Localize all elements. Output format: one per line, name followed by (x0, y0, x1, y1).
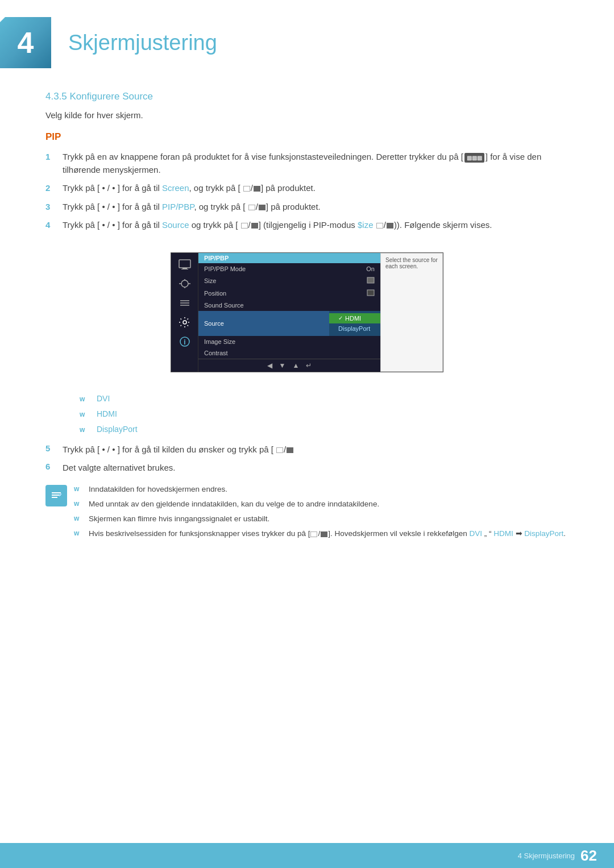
note-icon-img (45, 485, 67, 506)
step-3: 3 Trykk pâ [ • / • ] for å gå til PIP/PB… (45, 201, 569, 214)
step-6: 6 Det valgte alternativet brukes. (45, 462, 569, 475)
note-item-4: w Hvis beskrivelsessiden for funksjonskn… (74, 528, 569, 539)
svg-point-11 (183, 321, 186, 324)
step4-size-icon2 (387, 223, 393, 229)
menu-submenu: HDMI DisplayPort (329, 311, 380, 336)
footer-section-label: 4 Skjermjustering (518, 852, 575, 860)
note-item-3: w Skjermen kan flimre hvis inngangssigna… (74, 513, 569, 525)
menu-icon-info: i (177, 335, 193, 348)
note-dvi: DVI (470, 529, 483, 538)
nav-left-btn: ◀ (267, 362, 272, 369)
notes-section: w Inndatakilden for hovedskjermen endres… (45, 484, 569, 543)
step4-source-highlight: Source (162, 220, 189, 230)
note-content: w Inndatakilden for hovedskjermen endres… (74, 484, 569, 543)
note-icon2 (321, 531, 327, 537)
svg-rect-0 (179, 260, 190, 268)
menu-item-position: Position (198, 287, 380, 300)
step4-size-highlight: $ize (358, 220, 374, 230)
note-bullets-list: w Inndatakilden for hovedskjermen endres… (74, 484, 569, 540)
menu-item-contrast: Contrast (198, 347, 380, 359)
source-option-displayport: w DisplayPort (80, 423, 569, 435)
source-options-list: w DVI w HDMI w DisplayPort (80, 393, 569, 435)
menu-submenu-hdmi: HDMI (329, 313, 380, 323)
page-header: 4 Skjermjustering (0, 0, 614, 80)
menu-header-bar: PIP/PBP (198, 253, 380, 263)
source-option-hdmi: w HDMI (80, 408, 569, 420)
menu-screenshot-container: i PIP/PBP PIP/PBP Mode On Size (45, 242, 569, 383)
section-heading: 4.3.5 Konfigurere Source (45, 91, 569, 102)
note-item-1: w Inndatakilden for hovedskjermen endres… (74, 484, 569, 495)
step-2: 2 Trykk pâ [ • / • ] for å gå til Screen… (45, 182, 569, 195)
menu-icon-lines (177, 296, 193, 310)
step-1: 1 Trykk pâ en av knappene foran pâ produ… (45, 151, 569, 176)
pip-heading: PIP (45, 131, 569, 143)
svg-rect-17 (52, 492, 61, 493)
chapter-number-text: 4 (18, 26, 34, 60)
menu-item-size: Size (198, 275, 380, 287)
svg-text:i: i (184, 338, 185, 346)
menu-main-area: PIP/PBP PIP/PBP Mode On Size Position (198, 253, 380, 372)
step5-icon1 (276, 447, 283, 453)
footer-page-number: 62 (580, 847, 597, 865)
menu-item-source-row: Source HDMI DisplayPort (198, 311, 380, 336)
nav-enter-btn: ↵ (306, 362, 312, 369)
note-hdmi: HDMI (493, 529, 513, 538)
page-footer: 4 Skjermjustering 62 (0, 843, 614, 868)
note-icon1 (310, 531, 317, 537)
step3-pip-highlight: PIP/PBP (162, 202, 194, 211)
menu-submenu-displayport: DisplayPort (329, 323, 380, 334)
step4-size-icon1 (376, 223, 383, 229)
menu-bottom-bar: ◀ ▼ ▲ ↵ (198, 359, 380, 372)
note-icon-container (45, 485, 67, 506)
svg-rect-19 (52, 497, 57, 498)
menu-icon-gear (177, 315, 193, 329)
menu-header-label: PIP/PBP (204, 255, 229, 261)
steps-list: 1 Trykk pâ en av knappene foran pâ produ… (45, 151, 569, 232)
note-displayport: DisplayPort (524, 529, 563, 538)
chapter-title: Skjermjustering (68, 31, 217, 55)
step-5: 5 Trykk pâ [ • / • ] for å gå til kilden… (45, 443, 569, 456)
menu-sidebar: i (171, 253, 198, 372)
chapter-number: 4 (0, 17, 51, 68)
menu-item-source: Source (198, 311, 329, 336)
svg-point-3 (181, 280, 188, 287)
step2-icon1 (243, 186, 250, 192)
step3-icon2 (259, 205, 265, 210)
svg-rect-2 (181, 269, 188, 269)
step-4: 4 Trykk pâ [ • / • ] for å gå til Source… (45, 219, 569, 232)
menu-item-image-size: Image Size (198, 336, 380, 347)
menu-note-text: Select the source for each screen. (385, 257, 438, 269)
step2-screen-highlight: Screen (162, 183, 189, 193)
menu-icon-adjust (177, 277, 193, 290)
step5-icon2 (287, 447, 293, 453)
menu-icon-inline: ▩▩▩ (464, 153, 484, 163)
svg-rect-15 (367, 290, 374, 296)
main-content: 4.3.5 Konfigurere Source Velg kilde for … (0, 91, 614, 543)
menu-item-pip-mode: PIP/PBP Mode On (198, 263, 380, 275)
svg-rect-1 (182, 268, 187, 269)
menu-item-sound-source: Sound Source (198, 300, 380, 311)
nav-up-btn: ▲ (293, 362, 300, 369)
step2-icon2 (254, 186, 260, 192)
menu-screenshot: i PIP/PBP PIP/PBP Mode On Size (171, 252, 443, 372)
step4-icon2 (251, 223, 258, 229)
note-item-2: w Med unntak av den gjeldende inndatakil… (74, 499, 569, 510)
menu-icon-monitor (177, 258, 193, 271)
menu-note: Select the source for each screen. (380, 253, 443, 372)
step3-icon1 (248, 205, 255, 210)
source-option-dvi: w DVI (80, 393, 569, 405)
svg-rect-14 (367, 277, 374, 283)
step4-icon1 (241, 223, 248, 229)
nav-down-btn: ▼ (279, 362, 286, 369)
intro-text: Velg kilde for hver skjerm. (45, 110, 569, 120)
